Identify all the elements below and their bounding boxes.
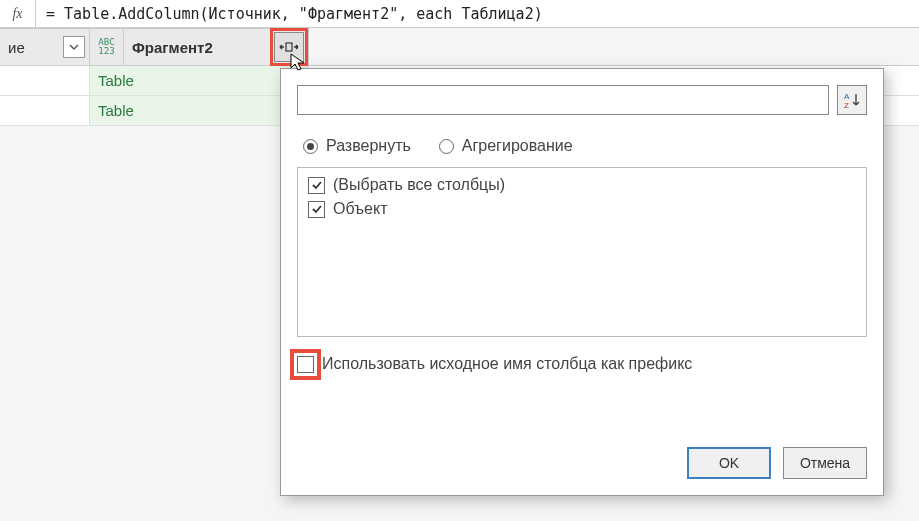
- popup-search-row: A Z: [297, 85, 867, 115]
- cancel-button[interactable]: Отмена: [783, 447, 867, 479]
- formula-bar: fx = Table.AddColumn(Источник, "Фрагмент…: [0, 0, 919, 28]
- expand-popup: A Z Развернуть Агрегирование (Выбрать вс…: [280, 68, 884, 496]
- select-all-label: (Выбрать все столбцы): [333, 176, 505, 194]
- checkbox-icon: [308, 201, 325, 218]
- ok-button[interactable]: OK: [687, 447, 771, 479]
- prefix-checkbox-row[interactable]: Использовать исходное имя столбца как пр…: [297, 355, 867, 373]
- radio-icon: [439, 139, 454, 154]
- svg-text:Z: Z: [844, 101, 849, 109]
- column-2-label: Фрагмент2: [132, 39, 213, 56]
- checkbox-icon: [308, 177, 325, 194]
- radio-aggregate[interactable]: Агрегирование: [439, 137, 573, 155]
- sort-az-icon: A Z: [843, 91, 861, 109]
- radio-aggregate-label: Агрегирование: [462, 137, 573, 155]
- prefix-checkbox[interactable]: [297, 356, 314, 373]
- column-headers-row: ие ABC 123 Фрагмент2: [0, 28, 919, 66]
- radio-icon: [303, 139, 318, 154]
- table-link-cell[interactable]: Table: [90, 66, 309, 95]
- radio-expand[interactable]: Развернуть: [303, 137, 411, 155]
- search-input[interactable]: [297, 85, 829, 115]
- expand-column-button[interactable]: [274, 32, 304, 62]
- formula-text[interactable]: = Table.AddColumn(Источник, "Фрагмент2",…: [36, 5, 543, 23]
- column-header-1[interactable]: ие: [0, 28, 90, 65]
- column-1-filter-button[interactable]: [63, 36, 85, 58]
- chevron-down-icon: [69, 42, 79, 52]
- svg-rect-0: [286, 43, 292, 51]
- radio-group: Развернуть Агрегирование: [303, 137, 867, 155]
- column-object-label: Объект: [333, 200, 387, 218]
- sort-button[interactable]: A Z: [837, 85, 867, 115]
- prefix-label: Использовать исходное имя столбца как пр…: [322, 355, 692, 373]
- column-check-item[interactable]: Объект: [308, 200, 856, 218]
- table-link-cell[interactable]: Table: [90, 96, 309, 125]
- cell[interactable]: [0, 96, 90, 125]
- svg-text:A: A: [844, 92, 850, 101]
- column-1-label: ие: [8, 39, 25, 56]
- columns-list: (Выбрать все столбцы) Объект: [297, 167, 867, 337]
- select-all-item[interactable]: (Выбрать все столбцы): [308, 176, 856, 194]
- popup-buttons: OK Отмена: [297, 447, 867, 479]
- radio-expand-label: Развернуть: [326, 137, 411, 155]
- type-any-icon[interactable]: ABC 123: [90, 29, 124, 65]
- fx-label: fx: [0, 0, 36, 27]
- expand-icon: [279, 40, 299, 54]
- column-header-2[interactable]: ABC 123 Фрагмент2: [90, 28, 309, 65]
- cell[interactable]: [0, 66, 90, 95]
